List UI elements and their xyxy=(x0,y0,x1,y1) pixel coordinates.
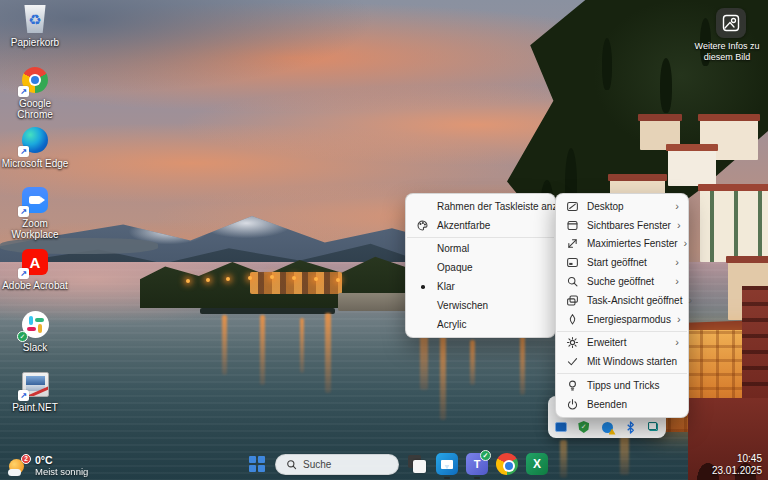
wallpaper-stone-wall xyxy=(338,293,408,311)
menu-item-energy-saver[interactable]: Energiesparmodus› xyxy=(556,310,688,329)
excel-button[interactable]: X xyxy=(525,452,549,476)
running-indicator xyxy=(474,477,480,479)
recycle-bin-icon: ♻ xyxy=(19,3,51,35)
task-view-button[interactable] xyxy=(405,452,429,476)
menu-item-show-taskbar-frame[interactable]: Rahmen der Taskleiste anzeigen xyxy=(406,197,555,216)
security-shield-icon[interactable]: ✓ xyxy=(577,421,590,434)
search-placeholder: Suche xyxy=(303,459,331,470)
running-indicator xyxy=(444,477,450,479)
search-icon xyxy=(286,459,297,470)
menu-item-desktop[interactable]: Desktop› xyxy=(556,197,688,216)
menu-item-klar[interactable]: Klar xyxy=(406,277,555,296)
power-icon xyxy=(564,398,581,411)
desktop-icon-zoom[interactable]: ↗ Zoom Workplace xyxy=(0,184,70,242)
menu-separator xyxy=(557,331,687,332)
shortcut-arrow-icon: ↗ xyxy=(18,146,29,157)
search-icon xyxy=(564,275,581,288)
taskbar: 2 0°C Meist sonnig Suche T xyxy=(0,448,768,480)
window-icon xyxy=(564,219,581,232)
menu-item-maximized-window[interactable]: Maximiertes Fenster› xyxy=(556,235,688,254)
shortcut-arrow-icon: ↗ xyxy=(18,390,29,401)
gear-icon xyxy=(564,336,581,349)
check-icon xyxy=(564,355,581,368)
menu-item-tips-and-tricks[interactable]: Tipps und Tricks xyxy=(556,376,688,395)
desktop-icon-chrome[interactable]: ↗ Google Chrome xyxy=(0,64,70,122)
palette-icon xyxy=(414,219,431,232)
submenu-chevron-icon: › xyxy=(669,201,679,212)
desktop-icon-label: Papierkorb xyxy=(11,37,59,48)
desktop-icon-recycle-bin[interactable]: ♻ Papierkorb xyxy=(0,3,70,61)
wallpaper-info-button[interactable] xyxy=(716,8,746,38)
excel-icon: X xyxy=(526,453,548,475)
outlook-button[interactable] xyxy=(435,452,459,476)
slack-icon: ✓ xyxy=(19,308,51,340)
menu-item-start-opened[interactable]: Start geöffnet› xyxy=(556,253,688,272)
teams-icon: T ✓ xyxy=(466,453,488,475)
menu-separator xyxy=(557,373,687,374)
zoom-icon: ↗ xyxy=(19,184,51,216)
desktop-icon-edge[interactable]: ↗ Microsoft Edge xyxy=(0,124,70,182)
virtual-desktop-icon[interactable] xyxy=(647,421,660,434)
weather-temp: 0°C xyxy=(35,455,88,466)
paintnet-icon: ↗ xyxy=(19,368,51,400)
image-info-icon xyxy=(722,14,740,32)
clock-date: 23.01.2025 xyxy=(712,465,762,477)
taskbar-appearance-submenu: Rahmen der Taskleiste anzeigen Akzentfar… xyxy=(405,193,556,338)
shortcut-arrow-icon: ↗ xyxy=(18,206,29,217)
maximize-icon xyxy=(564,237,581,250)
intel-graphics-icon[interactable] xyxy=(554,421,567,434)
sun-cloud-icon: 2 xyxy=(8,456,29,477)
desktop-icon-acrobat[interactable]: A ↗ Adobe Acrobat xyxy=(0,246,70,304)
chrome-icon: ↗ xyxy=(19,64,51,96)
widgets-badge: 2 xyxy=(21,454,31,464)
menu-separator xyxy=(407,237,554,238)
energy-leaf-icon xyxy=(564,313,581,326)
wallpaper-lit-waterfront xyxy=(250,272,342,294)
weather-condition: Meist sonnig xyxy=(35,466,88,477)
lightbulb-icon xyxy=(564,379,581,392)
desktop-icon-slack[interactable]: ✓ Slack xyxy=(0,308,70,366)
menu-item-verwischen[interactable]: Verwischen xyxy=(406,296,555,315)
edge-icon: ↗ xyxy=(19,124,51,156)
desktop-screen: ♻ Papierkorb ↗ Google Chrome ↗ Microsoft… xyxy=(0,0,768,480)
wallpaper-info-caption: Weitere Infos zu diesem Bild xyxy=(688,41,766,62)
menu-item-visible-window[interactable]: Sichtbares Fenster› xyxy=(556,216,688,235)
translucenttb-context-menu: Desktop› Sichtbares Fenster› Maximiertes… xyxy=(555,193,689,418)
start-menu-icon xyxy=(564,256,581,269)
chrome-icon xyxy=(496,453,518,475)
account-warning-icon[interactable] xyxy=(601,421,614,434)
menu-item-opaque[interactable]: Opaque xyxy=(406,258,555,277)
wallpaper-pier xyxy=(200,308,335,314)
status-available-icon: ✓ xyxy=(480,450,491,461)
menu-item-start-with-windows[interactable]: Mit Windows starten xyxy=(556,352,688,371)
bluetooth-icon[interactable] xyxy=(624,421,637,434)
menu-item-normal[interactable]: Normal xyxy=(406,240,555,259)
shortcut-arrow-icon: ↗ xyxy=(18,86,29,97)
menu-item-advanced[interactable]: Erweitert› xyxy=(556,334,688,353)
menu-item-acrylic[interactable]: Acrylic xyxy=(406,315,555,334)
clock-time: 10:45 xyxy=(712,453,762,465)
shortcut-arrow-icon: ↗ xyxy=(18,268,29,279)
widgets-weather-button[interactable]: 2 0°C Meist sonnig xyxy=(8,455,88,477)
task-view-icon xyxy=(564,294,581,307)
desktop-icon xyxy=(564,200,581,213)
desktop-icon-paintnet[interactable]: ↗ Paint.NET xyxy=(0,368,70,426)
acrobat-icon: A ↗ xyxy=(19,246,51,278)
teams-button[interactable]: T ✓ xyxy=(465,452,489,476)
taskbar-clock[interactable]: 10:45 23.01.2025 xyxy=(712,453,762,477)
sync-check-icon: ✓ xyxy=(17,331,28,342)
taskbar-search-input[interactable]: Suche xyxy=(275,454,399,475)
wallpaper-red-wall xyxy=(742,286,768,402)
menu-item-search-opened[interactable]: Suche geöffnet› xyxy=(556,272,688,291)
menu-item-exit[interactable]: Beenden xyxy=(556,395,688,414)
windows-start-icon xyxy=(249,456,265,472)
chrome-button[interactable] xyxy=(495,452,519,476)
start-button[interactable] xyxy=(245,452,269,476)
menu-item-taskview-opened[interactable]: Task-Ansicht geöffnet› xyxy=(556,291,688,310)
menu-item-accent-color[interactable]: Akzentfarbe xyxy=(406,216,555,235)
outlook-icon xyxy=(436,453,458,475)
